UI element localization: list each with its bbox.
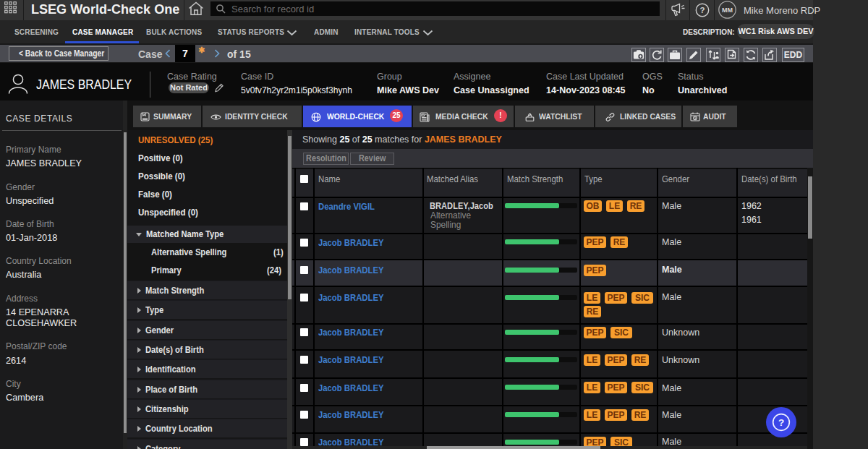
svg-text:MM: MM: [722, 7, 733, 14]
svg-text:?: ?: [699, 6, 705, 14]
svg-text:?: ?: [778, 417, 784, 428]
